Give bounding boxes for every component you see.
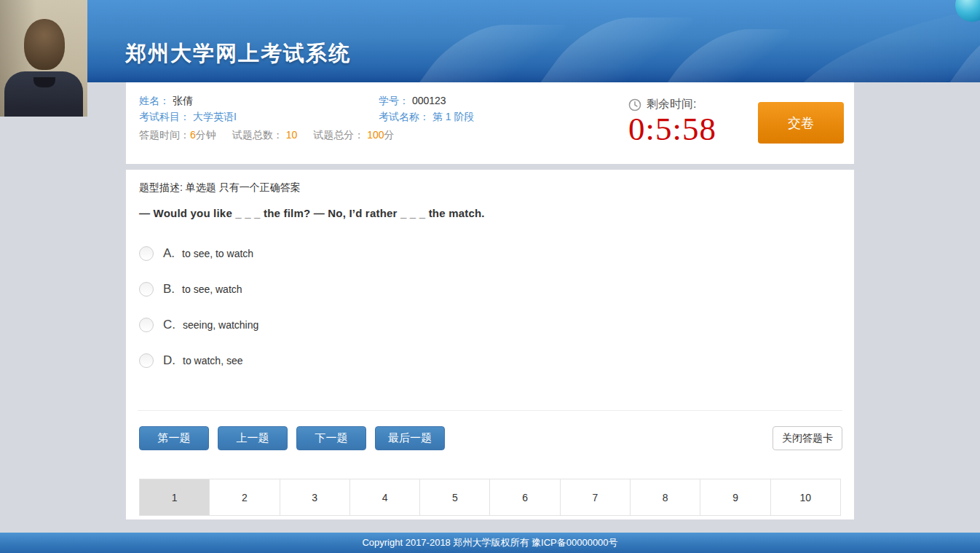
question-cell-7[interactable]: 7 [560, 479, 630, 515]
name-value: 张倩 [173, 95, 193, 106]
question-panel: 题型描述: 单选题 只有一个正确答案 — Would you like _ _ … [126, 170, 854, 519]
timer-block: 剩余时间: 0:5:58 [628, 97, 716, 146]
student-id-value: 000123 [412, 95, 446, 106]
first-question-button[interactable]: 第一题 [139, 426, 209, 450]
question-cell-4[interactable]: 4 [349, 479, 419, 515]
option-letter: A. [163, 246, 175, 261]
submit-exam-button[interactable]: 交卷 [758, 102, 844, 144]
question-cell-6[interactable]: 6 [489, 479, 559, 515]
subject-label: 考试科目： [139, 111, 190, 122]
question-cell-5[interactable]: 5 [419, 479, 489, 515]
question-count-value: 10 [286, 129, 298, 141]
exam-page: 郑州大学网上考试系统 姓名： 张倩 考试科目： 大学英语I 答题时间：6分钟试题… [0, 0, 980, 553]
student-info-panel: 姓名： 张倩 考试科目： 大学英语I 答题时间：6分钟试题总数： 10试题总分：… [126, 82, 854, 164]
exam-name-label: 考试名称： [379, 111, 430, 122]
question-type-description: 题型描述: 单选题 只有一个正确答案 [139, 181, 301, 195]
option-text: seeing, watching [183, 319, 258, 331]
main-content: 姓名： 张倩 考试科目： 大学英语I 答题时间：6分钟试题总数： 10试题总分：… [126, 82, 854, 519]
option-letter: C. [163, 318, 175, 332]
next-question-button[interactable]: 下一题 [296, 426, 366, 450]
webcam-feed [0, 0, 87, 117]
total-score-label: 试题总分： [313, 129, 364, 141]
options-list: A. to see, to watch B. to see, watch C. … [139, 235, 576, 378]
option-row-d[interactable]: D. to watch, see [139, 342, 576, 378]
exam-meta-row: 答题时间：6分钟试题总数： 10试题总分： 100分 [139, 127, 395, 143]
webcam-person-head [24, 19, 65, 70]
info-middle-column: 学号： 000123 考试名称： 第 1 阶段 [379, 93, 474, 125]
timer-label-row: 剩余时间: [628, 97, 716, 112]
question-cell-8[interactable]: 8 [630, 479, 700, 515]
option-row-c[interactable]: C. seeing, watching [139, 307, 576, 342]
radio-button-b[interactable] [139, 282, 154, 297]
duration-label: 答题时间： [139, 129, 190, 141]
question-nav-buttons: 第一题 上一题 下一题 最后一题 [139, 426, 445, 450]
option-text: to see, to watch [182, 248, 253, 259]
duration-value: 6 [190, 129, 196, 141]
answer-card-grid: 1 2 3 4 5 6 7 8 9 10 [139, 479, 841, 516]
timer-label: 剩余时间: [647, 97, 696, 112]
page-title: 郑州大学网上考试系统 [125, 39, 351, 68]
info-left-column: 姓名： 张倩 考试科目： 大学英语I 答题时间：6分钟试题总数： 10试题总分：… [139, 93, 395, 143]
question-cell-3[interactable]: 3 [280, 479, 349, 515]
question-text: — Would you like _ _ _ the film? — No, I… [139, 207, 485, 219]
last-question-button[interactable]: 最后一题 [375, 426, 445, 450]
radio-button-d[interactable] [139, 353, 154, 368]
question-cell-1[interactable]: 1 [140, 479, 209, 515]
clock-icon [628, 98, 641, 111]
radio-button-c[interactable] [139, 318, 154, 332]
header-decoration [767, 4, 980, 82]
divider [138, 410, 842, 411]
exam-name-value: 第 1 阶段 [432, 111, 475, 122]
student-id-label: 学号： [379, 95, 409, 106]
timer-value: 0:5:58 [628, 112, 716, 146]
exam-subject-row: 考试科目： 大学英语I [139, 109, 395, 125]
option-row-a[interactable]: A. to see, to watch [139, 235, 576, 271]
question-cell-2[interactable]: 2 [209, 479, 279, 515]
total-score-unit: 分 [384, 129, 395, 141]
option-letter: D. [163, 353, 175, 368]
header-decoration [398, 25, 570, 82]
previous-question-button[interactable]: 上一题 [218, 426, 288, 450]
webcam-person-collar [33, 77, 55, 87]
header: 郑州大学网上考试系统 [0, 0, 980, 82]
copyright-text: Copyright 2017-2018 郑州大学版权所有 豫ICP备000000… [362, 536, 617, 549]
option-text: to see, watch [182, 283, 242, 295]
total-score-value: 100 [367, 129, 384, 141]
subject-value: 大学英语I [193, 111, 237, 122]
option-letter: B. [163, 282, 175, 297]
exam-name-row: 考试名称： 第 1 阶段 [379, 109, 474, 125]
option-text: to watch, see [183, 355, 243, 366]
student-name-row: 姓名： 张倩 [139, 93, 395, 109]
close-answer-card-button[interactable]: 关闭答题卡 [772, 426, 842, 450]
radio-button-a[interactable] [139, 246, 154, 261]
question-count-label: 试题总数： [232, 129, 283, 141]
question-cell-9[interactable]: 9 [700, 479, 770, 515]
footer: Copyright 2017-2018 郑州大学版权所有 豫ICP备000000… [0, 533, 980, 553]
name-label: 姓名： [139, 95, 170, 106]
option-row-b[interactable]: B. to see, watch [139, 271, 576, 307]
question-cell-10[interactable]: 10 [770, 479, 840, 515]
student-id-row: 学号： 000123 [379, 93, 474, 109]
duration-unit: 分钟 [196, 129, 216, 141]
